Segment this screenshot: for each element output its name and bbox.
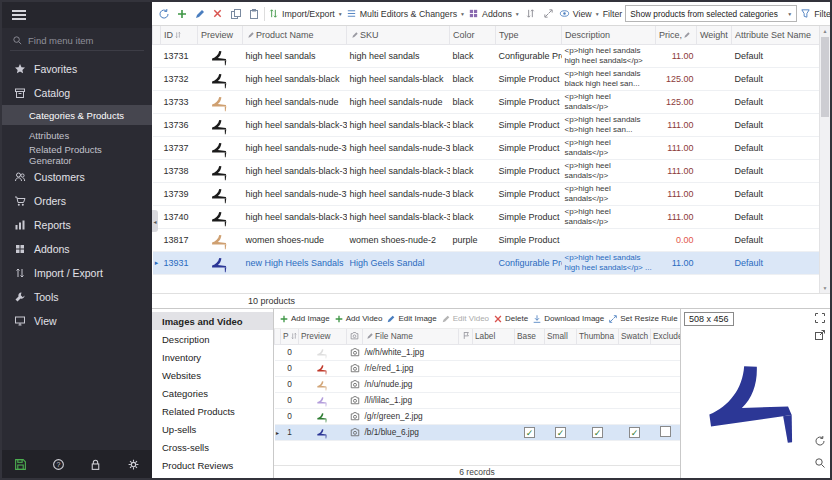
base-checkbox[interactable]: ✓ (524, 427, 535, 438)
image-row[interactable]: 0/g/r/green_2.jpg (275, 408, 681, 424)
delete-product-button[interactable] (210, 8, 225, 19)
category-filter-select[interactable]: Show products from selected categories ▼ (625, 5, 797, 22)
image-row[interactable]: 0/r/e/red_1.jpg (275, 360, 681, 376)
panel-collapse-handle[interactable]: ◂ (152, 210, 158, 232)
column-header-exclude[interactable]: Exclude (651, 329, 681, 344)
column-header-swatch[interactable]: Swatch (619, 329, 651, 344)
small-checkbox[interactable]: ✓ (555, 427, 566, 438)
product-row[interactable]: 13733high heel sandals-nudehigh heel san… (153, 90, 820, 113)
column-header-preview[interactable]: Preview (198, 26, 243, 44)
filters-menu[interactable]: Filters ▼ (800, 8, 830, 19)
tab-related-products[interactable]: Related Products (152, 402, 273, 420)
tab-product-reviews[interactable]: Product Reviews (152, 456, 273, 474)
vertical-scrollbar[interactable]: ▲ ▼ (819, 26, 830, 293)
sort-ascending-button[interactable] (523, 8, 538, 19)
fullscreen-icon[interactable] (814, 312, 827, 325)
image-row[interactable]: ▸1/b/1/blue_6.jpg✓✓✓✓ (275, 424, 681, 440)
sidebar-item-catalog[interactable]: Catalog (2, 81, 152, 105)
sidebar-item-view[interactable]: View (2, 309, 152, 333)
tab-websites[interactable]: Websites (152, 366, 273, 384)
product-row[interactable]: 13738high heel sandals-black-37high heel… (153, 159, 820, 182)
sidebar-item-customers[interactable]: Customers (2, 165, 152, 189)
image-row[interactable]: 0/n/u/nude.jpg (275, 376, 681, 392)
column-header-product-name[interactable]: Product Name (243, 26, 347, 44)
multi-editors-menu[interactable]: Multi Editors & Changers ▼ (346, 8, 465, 19)
column-header-p[interactable]: P (281, 329, 299, 344)
plus-icon (334, 314, 344, 324)
save-icon[interactable] (14, 458, 27, 471)
tab-up-sells[interactable]: Up-sells (152, 420, 273, 438)
column-header-type[interactable]: Type (496, 26, 562, 44)
set-resize-rule-button[interactable]: Set Resize Rule (608, 314, 677, 324)
scrollbar-thumb[interactable] (821, 37, 829, 117)
column-header-small[interactable]: Small (545, 329, 577, 344)
sidebar-item-tools[interactable]: Tools (2, 285, 152, 309)
autosize-columns-button[interactable] (541, 8, 556, 19)
column-header-flag[interactable] (459, 329, 473, 344)
help-icon[interactable]: ? (52, 458, 65, 471)
column-header-color[interactable]: Color (450, 26, 496, 44)
product-row[interactable]: 13731high heel sandalshigh heel sandalsb… (153, 44, 820, 67)
refresh-button[interactable] (156, 8, 171, 20)
sidebar-item-import-export[interactable]: Import / Export (2, 261, 152, 285)
sidebar-item-reports[interactable]: Reports (2, 213, 152, 237)
product-row[interactable]: 13737high heel sandals-nude-36high heel … (153, 136, 820, 159)
product-row[interactable]: ▸13931new High Heels SandalsHigh Geels S… (153, 251, 820, 274)
tab-description[interactable]: Description (152, 330, 273, 348)
sidebar-item-orders[interactable]: Orders (2, 189, 152, 213)
add-product-button[interactable] (174, 8, 189, 20)
column-header-id[interactable]: ID (161, 26, 198, 44)
product-preview (198, 90, 243, 113)
sidebar-item-addons[interactable]: Addons (2, 237, 152, 261)
column-header-sku[interactable]: SKU (347, 26, 450, 44)
gear-icon[interactable] (127, 458, 140, 471)
column-header-camera[interactable] (347, 329, 363, 344)
column-header-base[interactable]: Base (515, 329, 545, 344)
copy-button[interactable] (228, 8, 243, 20)
column-header-weight[interactable]: Weight (697, 26, 732, 44)
column-header-attribute-set-name[interactable]: Attribute Set Name (732, 26, 820, 44)
scroll-up-icon[interactable]: ▲ (820, 26, 830, 36)
rotate-icon[interactable] (814, 435, 827, 448)
zoom-icon[interactable] (814, 457, 827, 470)
image-row[interactable]: 0/l/i/lilac_1.jpg (275, 392, 681, 408)
product-row[interactable]: 13817women shoes-nudewomen shoes-nude-2p… (153, 228, 820, 251)
hamburger-menu-icon[interactable] (12, 8, 26, 22)
sidebar-item-related-products-generator[interactable]: Related Products Generator (2, 145, 152, 165)
edit-image-button[interactable]: Edit Image (386, 314, 436, 324)
open-external-icon[interactable] (814, 329, 827, 342)
product-row[interactable]: 13739high heel sandals-nude-37high heel … (153, 182, 820, 205)
tab-categories[interactable]: Categories (152, 384, 273, 402)
exclude-checkbox[interactable] (660, 426, 671, 437)
sidebar-item-categories-products[interactable]: Categories & Products (2, 105, 152, 125)
download-image-button[interactable]: Download Image (532, 314, 604, 324)
scroll-down-icon[interactable]: ▼ (820, 283, 830, 293)
column-header-preview[interactable]: Preview (299, 329, 347, 344)
tab-images-and-video[interactable]: Images and Video (152, 312, 273, 330)
tab-cross-sells[interactable]: Cross-sells (152, 438, 273, 456)
edit-product-button[interactable] (192, 8, 207, 20)
image-row[interactable]: 0/w/h/white_1.jpg (275, 344, 681, 360)
column-header-description[interactable]: Description (562, 26, 656, 44)
lock-icon[interactable] (89, 458, 102, 471)
menu-search-input[interactable] (28, 35, 138, 46)
column-header-file-name[interactable]: File Name (363, 329, 459, 344)
addons-menu[interactable]: Addons ▼ (468, 8, 520, 19)
sidebar-item-favorites[interactable]: Favorites (2, 57, 152, 81)
view-menu[interactable]: View ▼ (559, 8, 600, 19)
product-row[interactable]: 13736high heel sandals-black-36high heel… (153, 113, 820, 136)
column-header-price[interactable]: Price, (656, 26, 697, 44)
delete-button[interactable]: Delete (493, 314, 528, 324)
import-export-menu[interactable]: Import/Export ▼ (268, 8, 343, 19)
sidebar-item-attributes[interactable]: Attributes (2, 125, 152, 145)
column-header-label[interactable]: Label (473, 329, 515, 344)
swatch-checkbox[interactable]: ✓ (629, 427, 640, 438)
product-row[interactable]: 13732high heel sandals-blackhigh heel sa… (153, 67, 820, 90)
paste-button[interactable] (246, 8, 261, 20)
thumbnail-checkbox[interactable]: ✓ (592, 427, 603, 438)
tab-inventory[interactable]: Inventory (152, 348, 273, 366)
column-header-thumbna[interactable]: Thumbna (577, 329, 619, 344)
add-image-button[interactable]: Add Image (279, 314, 330, 324)
add-video-button[interactable]: Add Video (334, 314, 383, 324)
product-row[interactable]: 13740high heel sandals-black-38high heel… (153, 205, 820, 228)
